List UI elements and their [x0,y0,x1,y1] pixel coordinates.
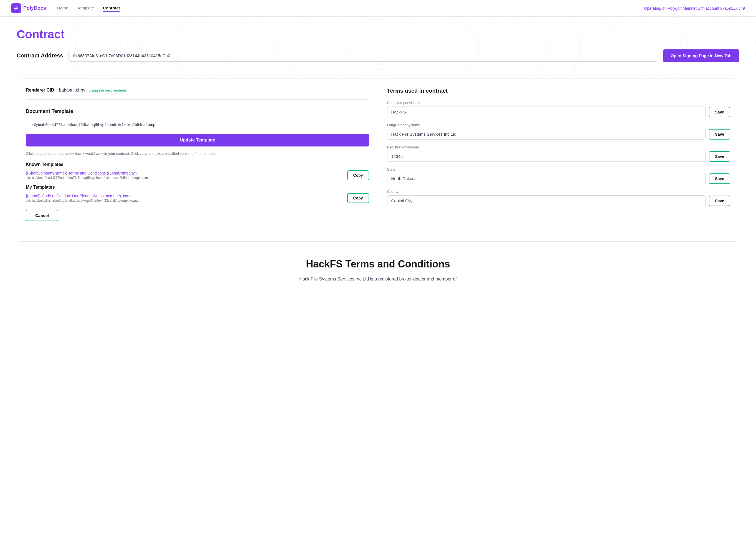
right-panel: Terms used in contract ShortCompanyName … [378,79,740,230]
contract-address-input[interactable] [69,50,657,62]
my-template-cid: cid: bafybeiavljiisrizkro3ob5rhdludulsiq… [26,199,344,203]
terms-title: Terms used in contract [387,88,731,94]
known-template-info: {{ShortCompanyName}} Terms and Condition… [26,171,344,180]
my-template-copy-btn[interactable]: Copy [347,193,369,203]
my-template-name[interactable]: {{name}} Code of Conduct Our Pledge We a… [26,194,344,198]
contract-address-row: Contract Address Open Signing Page in Ne… [16,50,740,62]
svg-point-2 [15,8,17,9]
term-input-registration[interactable] [387,151,706,162]
renderer-cid-row: Renderer CID: bafybe...chhy Using the be… [26,88,369,100]
term-row-0: Save [387,107,731,117]
left-panel: Renderer CID: bafybe...chhy Using the be… [17,79,378,230]
term-label-0: ShortCompanyName [387,101,731,105]
term-input-short-company[interactable] [387,107,706,117]
term-field-long-company: LongCompanyName Save [387,123,731,140]
known-templates-title: Known Templates [26,162,369,167]
page-title: Contract [16,28,740,41]
term-field-state: State Save [387,167,731,184]
term-row-2: Save [387,151,731,162]
doc-preview-text: Hack File Systems Services Inc Ltd is a … [34,276,722,283]
my-template-info: {{name}} Code of Conduct Our Pledge We a… [26,194,344,203]
known-template-cid: cid: bafybeih2ea4d777iaot4fodu76r5adaqf5… [26,176,344,180]
brand: PolyDocs [11,3,46,13]
term-row-1: Save [387,129,731,140]
term-row-4: Save [387,195,731,206]
known-template-name[interactable]: {{ShortCompanyName}} Terms and Condition… [26,171,344,175]
doc-preview-title: HackFS Terms and Conditions [34,258,722,270]
doc-preview: HackFS Terms and Conditions Hack File Sy… [16,241,740,300]
renderer-cid-badge: Using the best renderer! [89,88,127,92]
nav-links: Home Template Contract [57,4,644,12]
term-field-county: County Save [387,189,731,206]
nav-account: Operating on Polygon Mainnet with accoun… [644,6,745,11]
known-template-item: {{ShortCompanyName}} Terms and Condition… [26,170,369,180]
renderer-cid-label: Renderer CID: [26,88,56,93]
hero-section: Contract Contract Address Open Signing P… [0,17,756,79]
template-cid-input[interactable] [26,119,369,130]
term-label-4: County [387,189,731,194]
update-template-btn[interactable]: Update Template [26,134,369,147]
two-panel-wrapper: Renderer CID: bafybe...chhy Using the be… [16,79,740,230]
helper-text: Click on a template to preview how it wo… [26,151,369,156]
term-save-btn-0[interactable]: Save [709,107,730,117]
nav-template[interactable]: Template [77,4,94,12]
nav-contract[interactable]: Contract [103,4,120,12]
open-signing-btn[interactable]: Open Signing Page in New Tab [663,50,740,62]
brand-logo-icon [11,3,21,13]
term-label-1: LongCompanyName [387,123,731,127]
term-input-state[interactable] [387,173,706,184]
term-save-btn-3[interactable]: Save [709,173,730,184]
contract-address-label: Contract Address [16,52,63,59]
known-template-copy-btn[interactable]: Copy [347,170,369,180]
brand-name: PolyDocs [23,5,46,11]
renderer-cid-value: bafybe...chhy [59,88,85,93]
navbar: PolyDocs Home Template Contract Operatin… [0,0,756,17]
term-input-county[interactable] [387,195,706,206]
term-save-btn-2[interactable]: Save [709,151,730,162]
my-templates-title: My Templates [26,185,369,190]
document-template-title: Document Template [26,109,369,114]
topo-background [0,17,756,79]
term-field-short-company: ShortCompanyName Save [387,101,731,117]
cancel-btn[interactable]: Cancel [26,210,58,221]
my-template-item: {{name}} Code of Conduct Our Pledge We a… [26,193,369,203]
term-save-btn-4[interactable]: Save [709,196,730,206]
term-row-3: Save [387,173,731,184]
term-input-long-company[interactable] [387,129,706,140]
nav-home[interactable]: Home [57,4,68,12]
term-field-registration: RegistrationNumber Save [387,145,731,162]
term-label-2: RegistrationNumber [387,145,731,149]
term-save-btn-1[interactable]: Save [709,129,730,140]
term-label-3: State [387,167,731,171]
